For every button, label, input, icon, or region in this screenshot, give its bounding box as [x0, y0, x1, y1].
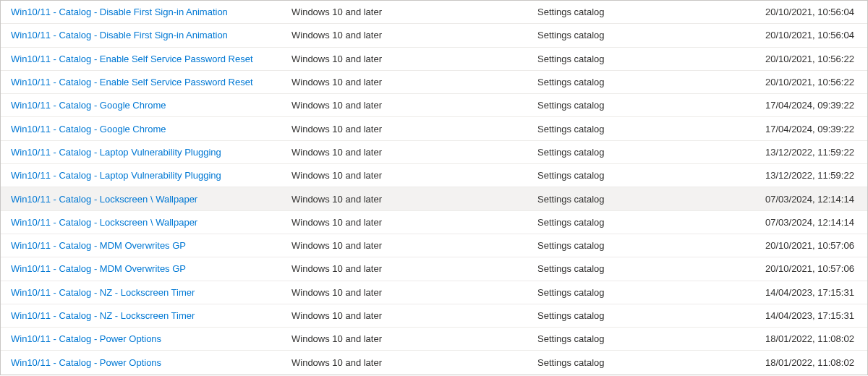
modified-date-cell: 14/04/2023, 17:15:31: [765, 310, 857, 321]
profile-name-link[interactable]: Win10/11 - Catalog - Lockscreen \ Wallpa…: [11, 194, 197, 205]
profile-name-cell: Win10/11 - Catalog - MDM Overwrites GP: [11, 263, 292, 274]
platform-cell: Windows 10 and later: [292, 240, 537, 251]
profile-name-cell: Win10/11 - Catalog - Disable First Sign-…: [11, 7, 292, 17]
table-row[interactable]: Win10/11 - Catalog - Laptop Vulnerabilit…: [1, 141, 867, 164]
table-row[interactable]: Win10/11 - Catalog - NZ - Lockscreen Tim…: [1, 281, 867, 304]
modified-date-cell: 20/10/2021, 10:56:04: [765, 30, 857, 40]
profile-name-cell: Win10/11 - Catalog - Laptop Vulnerabilit…: [11, 170, 292, 181]
platform-cell: Windows 10 and later: [292, 7, 537, 17]
table-row[interactable]: Win10/11 - Catalog - Enable Self Service…: [1, 71, 867, 94]
modified-date-cell: 20/10/2021, 10:57:06: [765, 263, 857, 274]
profile-name-link[interactable]: Win10/11 - Catalog - Enable Self Service…: [11, 54, 253, 64]
profile-name-link[interactable]: Win10/11 - Catalog - Disable First Sign-…: [11, 7, 228, 17]
table-row[interactable]: Win10/11 - Catalog - Disable First Sign-…: [1, 24, 867, 47]
platform-cell: Windows 10 and later: [292, 357, 537, 368]
profile-name-link[interactable]: Win10/11 - Catalog - NZ - Lockscreen Tim…: [11, 310, 195, 321]
profile-name-cell: Win10/11 - Catalog - Enable Self Service…: [11, 54, 292, 64]
platform-cell: Windows 10 and later: [292, 100, 537, 111]
profile-name-cell: Win10/11 - Catalog - MDM Overwrites GP: [11, 240, 292, 251]
profile-name-cell: Win10/11 - Catalog - Laptop Vulnerabilit…: [11, 147, 292, 158]
platform-cell: Windows 10 and later: [292, 170, 537, 181]
table-row[interactable]: Win10/11 - Catalog - MDM Overwrites GPWi…: [1, 257, 867, 281]
table-row[interactable]: Win10/11 - Catalog - Disable First Sign-…: [1, 1, 867, 24]
profile-name-link[interactable]: Win10/11 - Catalog - Google Chrome: [11, 124, 166, 134]
profile-type-cell: Settings catalog: [537, 100, 765, 111]
profile-type-cell: Settings catalog: [537, 263, 765, 274]
modified-date-cell: 18/01/2022, 11:08:02: [765, 357, 857, 368]
modified-date-cell: 13/12/2022, 11:59:22: [765, 147, 857, 158]
profile-type-cell: Settings catalog: [537, 333, 765, 344]
platform-cell: Windows 10 and later: [292, 147, 537, 158]
profile-name-cell: Win10/11 - Catalog - Google Chrome: [11, 124, 292, 134]
profile-type-cell: Settings catalog: [537, 287, 765, 298]
profile-name-link[interactable]: Win10/11 - Catalog - Lockscreen \ Wallpa…: [11, 217, 197, 228]
profile-name-cell: Win10/11 - Catalog - Google Chrome: [11, 100, 292, 111]
platform-cell: Windows 10 and later: [292, 263, 537, 274]
profile-name-link[interactable]: Win10/11 - Catalog - Laptop Vulnerabilit…: [11, 170, 221, 181]
platform-cell: Windows 10 and later: [292, 194, 537, 205]
table-row[interactable]: Win10/11 - Catalog - Google ChromeWindow…: [1, 94, 867, 117]
table-row[interactable]: Win10/11 - Catalog - Laptop Vulnerabilit…: [1, 164, 867, 187]
profile-name-cell: Win10/11 - Catalog - Disable First Sign-…: [11, 30, 292, 40]
profile-name-cell: Win10/11 - Catalog - Lockscreen \ Wallpa…: [11, 217, 292, 228]
table-row[interactable]: Win10/11 - Catalog - Power OptionsWindow…: [1, 351, 867, 374]
modified-date-cell: 20/10/2021, 10:57:06: [765, 240, 857, 251]
platform-cell: Windows 10 and later: [292, 30, 537, 40]
profile-name-link[interactable]: Win10/11 - Catalog - Power Options: [11, 333, 161, 344]
profile-type-cell: Settings catalog: [537, 310, 765, 321]
modified-date-cell: 20/10/2021, 10:56:22: [765, 54, 857, 64]
profile-name-cell: Win10/11 - Catalog - Power Options: [11, 333, 292, 344]
profile-type-cell: Settings catalog: [537, 240, 765, 251]
modified-date-cell: 07/03/2024, 12:14:14: [765, 194, 857, 205]
profiles-table: Win10/11 - Catalog - Disable First Sign-…: [0, 0, 868, 375]
profile-name-cell: Win10/11 - Catalog - Enable Self Service…: [11, 77, 292, 87]
profile-name-cell: Win10/11 - Catalog - Lockscreen \ Wallpa…: [11, 194, 292, 205]
profile-name-link[interactable]: Win10/11 - Catalog - MDM Overwrites GP: [11, 240, 186, 251]
modified-date-cell: 07/03/2024, 12:14:14: [765, 217, 857, 228]
platform-cell: Windows 10 and later: [292, 77, 537, 87]
modified-date-cell: 14/04/2023, 17:15:31: [765, 287, 857, 298]
table-row[interactable]: Win10/11 - Catalog - Power OptionsWindow…: [1, 328, 867, 351]
profile-name-link[interactable]: Win10/11 - Catalog - NZ - Lockscreen Tim…: [11, 287, 195, 298]
table-body: Win10/11 - Catalog - Disable First Sign-…: [1, 1, 867, 375]
profile-name-link[interactable]: Win10/11 - Catalog - Laptop Vulnerabilit…: [11, 147, 221, 158]
profile-type-cell: Settings catalog: [537, 30, 765, 40]
modified-date-cell: 20/10/2021, 10:56:04: [765, 7, 857, 17]
profile-type-cell: Settings catalog: [537, 147, 765, 158]
profile-type-cell: Settings catalog: [537, 217, 765, 228]
profile-type-cell: Settings catalog: [537, 7, 765, 17]
profile-name-cell: Win10/11 - Catalog - NZ - Lockscreen Tim…: [11, 287, 292, 298]
modified-date-cell: 20/10/2021, 10:56:22: [765, 77, 857, 87]
table-row[interactable]: Win10/11 - Catalog - Lockscreen \ Wallpa…: [1, 187, 867, 210]
modified-date-cell: 17/04/2024, 09:39:22: [765, 100, 857, 111]
platform-cell: Windows 10 and later: [292, 333, 537, 344]
profile-type-cell: Settings catalog: [537, 77, 765, 87]
profile-name-cell: Win10/11 - Catalog - NZ - Lockscreen Tim…: [11, 310, 292, 321]
profile-type-cell: Settings catalog: [537, 194, 765, 205]
profile-name-link[interactable]: Win10/11 - Catalog - MDM Overwrites GP: [11, 263, 186, 274]
platform-cell: Windows 10 and later: [292, 287, 537, 298]
profile-name-link[interactable]: Win10/11 - Catalog - Enable Self Service…: [11, 77, 253, 87]
platform-cell: Windows 10 and later: [292, 124, 537, 134]
table-row[interactable]: Win10/11 - Catalog - NZ - Lockscreen Tim…: [1, 304, 867, 328]
modified-date-cell: 13/12/2022, 11:59:22: [765, 170, 857, 181]
profile-type-cell: Settings catalog: [537, 124, 765, 134]
profile-name-link[interactable]: Win10/11 - Catalog - Disable First Sign-…: [11, 30, 228, 40]
platform-cell: Windows 10 and later: [292, 217, 537, 228]
profile-type-cell: Settings catalog: [537, 54, 765, 64]
profile-type-cell: Settings catalog: [537, 170, 765, 181]
modified-date-cell: 17/04/2024, 09:39:22: [765, 124, 857, 134]
profile-name-cell: Win10/11 - Catalog - Power Options: [11, 357, 292, 368]
table-row[interactable]: Win10/11 - Catalog - MDM Overwrites GPWi…: [1, 234, 867, 257]
profile-name-link[interactable]: Win10/11 - Catalog - Google Chrome: [11, 100, 166, 111]
platform-cell: Windows 10 and later: [292, 54, 537, 64]
table-row[interactable]: Win10/11 - Catalog - Enable Self Service…: [1, 48, 867, 71]
profile-type-cell: Settings catalog: [537, 357, 765, 368]
table-row[interactable]: Win10/11 - Catalog - Google ChromeWindow…: [1, 117, 867, 140]
modified-date-cell: 18/01/2022, 11:08:02: [765, 333, 857, 344]
profile-name-link[interactable]: Win10/11 - Catalog - Power Options: [11, 357, 161, 368]
platform-cell: Windows 10 and later: [292, 310, 537, 321]
table-row[interactable]: Win10/11 - Catalog - Lockscreen \ Wallpa…: [1, 211, 867, 234]
